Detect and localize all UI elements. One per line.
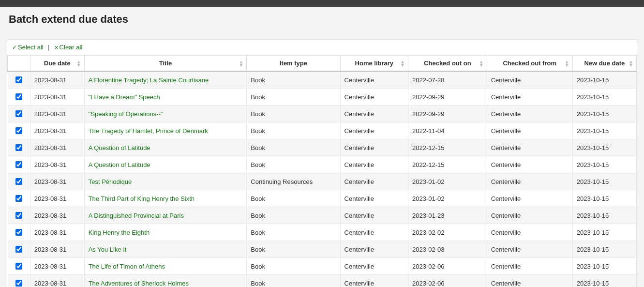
cell-title: The Tragedy of Hamlet, Prince of Denmark [84,122,247,139]
cell-new-due-date: 2023-10-15 [572,275,636,287]
selection-toolbar: Select all | Clear all [7,40,637,55]
cell-new-due-date: 2023-10-15 [572,156,636,173]
select-all-link[interactable]: Select all [12,44,44,51]
cell-new-due-date: 2023-10-15 [572,106,636,122]
title-link[interactable]: "Speaking of Operations--" [89,110,163,118]
title-link[interactable]: The Life of Timon of Athens [89,263,165,270]
title-link[interactable]: A Distinguished Provincial at Paris [89,212,184,219]
cell-home-library: Centerville [340,275,408,287]
cell-checkbox [8,258,30,275]
cell-item-type: Continuing Resources [247,173,340,190]
row-checkbox[interactable] [15,280,22,287]
sort-icon: ▲▼ [76,60,81,67]
cell-checked-out-from: Centerville [487,258,572,275]
cell-due-date: 2023-08-31 [30,258,84,275]
cell-title: The Third Part of King Henry the Sixth [84,190,247,207]
row-checkbox[interactable] [15,246,22,253]
cell-home-library: Centerville [340,224,408,241]
title-link[interactable]: The Tragedy of Hamlet, Prince of Denmark [89,127,208,135]
row-checkbox[interactable] [15,76,22,83]
cell-checked-out-on: 2022-09-29 [408,89,487,106]
title-link[interactable]: A Question of Latitude [89,144,150,151]
cell-checked-out-on: 2022-09-29 [408,106,487,122]
cell-item-type: Book [247,106,340,122]
sort-icon: ▲▼ [565,60,569,67]
cell-new-due-date: 2023-10-15 [572,241,636,258]
cell-item-type: Book [247,275,340,287]
cell-item-type: Book [247,71,340,89]
cell-title: As You Like It [84,241,247,258]
col-header-title[interactable]: Title▲▼ [84,56,247,72]
table-row: 2023-08-31"Speaking of Operations--"Book… [8,106,637,122]
row-checkbox[interactable] [15,161,22,168]
title-link[interactable]: As You Like It [89,246,127,253]
col-header-new-due-date[interactable]: New due date▲▼ [572,56,636,72]
title-link[interactable]: King Henry the Eighth [89,229,150,236]
toolbar-separator: | [46,44,51,51]
cell-title: "I Have a Dream" Speech [84,89,247,106]
cell-home-library: Centerville [340,71,408,89]
cell-checkbox [8,275,30,287]
row-checkbox[interactable] [15,110,22,117]
row-checkbox[interactable] [15,229,22,236]
row-checkbox[interactable] [15,212,22,219]
cell-new-due-date: 2023-10-15 [572,139,636,156]
row-checkbox[interactable] [15,178,22,185]
cell-title: A Florentine Tragedy; La Sainte Courtisa… [84,71,247,89]
cell-checkbox [8,241,30,258]
table-row: 2023-08-31Test PériodiqueContinuing Reso… [8,173,637,190]
cell-checked-out-from: Centerville [487,156,572,173]
cell-checked-out-from: Centerville [487,106,572,122]
col-header-checked-out-from[interactable]: Checked out from▲▼ [487,56,572,72]
cell-checked-out-from: Centerville [487,207,572,224]
cell-checkbox [8,122,30,139]
cell-due-date: 2023-08-31 [30,190,84,207]
cell-checked-out-from: Centerville [487,71,572,89]
cell-checkbox [8,224,30,241]
sort-icon: ▲▼ [479,60,484,67]
table-row: 2023-08-31A Question of LatitudeBookCent… [8,139,637,156]
table-row: 2023-08-31A Distinguished Provincial at … [8,207,637,224]
page-title: Batch extend due dates [0,7,644,32]
row-checkbox[interactable] [15,144,22,151]
cell-title: The Adventures of Sherlock Holmes [84,275,247,287]
cell-checked-out-on: 2022-11-04 [408,122,487,139]
cell-home-library: Centerville [340,207,408,224]
cell-checkbox [8,190,30,207]
cell-checked-out-on: 2023-01-02 [408,190,487,207]
title-link[interactable]: "I Have a Dream" Speech [89,93,160,101]
cell-checked-out-on: 2023-02-06 [408,275,487,287]
check-icon [12,44,18,51]
title-link[interactable]: The Adventures of Sherlock Holmes [89,280,189,287]
title-link[interactable]: A Florentine Tragedy; La Sainte Courtisa… [89,76,209,84]
cell-home-library: Centerville [340,241,408,258]
cell-due-date: 2023-08-31 [30,89,84,106]
cell-item-type: Book [247,258,340,275]
title-link[interactable]: The Third Part of King Henry the Sixth [89,195,195,202]
cell-item-type: Book [247,89,340,106]
cell-title: A Question of Latitude [84,156,247,173]
col-header-home-library[interactable]: Home library▲▼ [340,56,408,72]
cell-checked-out-on: 2023-01-02 [408,173,487,190]
row-checkbox[interactable] [15,127,22,134]
cell-checkbox [8,173,30,190]
cell-item-type: Book [247,190,340,207]
table-row: 2023-08-31A Question of LatitudeBookCent… [8,156,637,173]
row-checkbox[interactable] [15,93,22,100]
cell-checked-out-on: 2022-12-15 [408,156,487,173]
title-link[interactable]: Test Périodique [89,178,132,185]
row-checkbox[interactable] [15,263,22,270]
sort-icon: ▲▼ [400,60,405,67]
cell-checkbox [8,106,30,122]
title-link[interactable]: A Question of Latitude [89,161,150,168]
cell-home-library: Centerville [340,173,408,190]
cell-home-library: Centerville [340,106,408,122]
cell-checked-out-on: 2022-07-28 [408,71,487,89]
col-header-due-date[interactable]: Due date▲▼ [30,56,84,72]
cell-item-type: Book [247,207,340,224]
row-checkbox[interactable] [15,195,22,202]
clear-all-link[interactable]: Clear all [54,44,83,51]
cell-title: King Henry the Eighth [84,224,247,241]
cell-due-date: 2023-08-31 [30,207,84,224]
col-header-checked-out-on[interactable]: Checked out on▲▼ [408,56,487,72]
